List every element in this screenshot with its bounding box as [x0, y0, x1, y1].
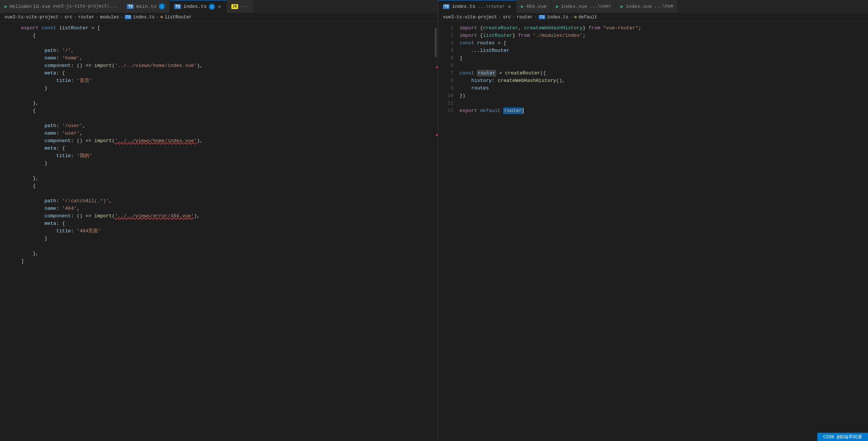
- line-num: 11: [438, 100, 453, 107]
- code-line: import {listRouter} from './modules/inde…: [458, 32, 863, 39]
- tab-subtitle: ...\router: [478, 4, 505, 9]
- scrollbar-track-right[interactable]: [863, 21, 868, 441]
- vue-icon: ▶: [5, 4, 7, 9]
- code-line: meta: {: [20, 70, 433, 77]
- error-indicator-2: [436, 134, 438, 136]
- code-line: {: [20, 182, 433, 190]
- code-line: }: [20, 85, 433, 92]
- scrollbar-thumb-left[interactable]: [435, 27, 437, 58]
- line-num: 6: [438, 62, 453, 70]
- tab-close-button[interactable]: ✕: [217, 3, 222, 10]
- line-num: 8: [438, 77, 453, 85]
- tab-index-router[interactable]: TS index.ts ...\router ✕: [438, 0, 516, 13]
- tab-close-button[interactable]: ✕: [507, 3, 512, 10]
- sep1: ›: [498, 15, 501, 20]
- code-line: [458, 100, 863, 107]
- breadcrumb-project: vue3-ts-vite-project: [443, 15, 497, 20]
- code-line: name: 'home',: [20, 55, 433, 62]
- code-line: },: [20, 100, 433, 107]
- code-line: }: [20, 160, 433, 167]
- code-line: ]: [20, 258, 433, 265]
- line-num: 3: [438, 39, 453, 47]
- code-line: {: [20, 32, 433, 39]
- code-line: path: '/',: [20, 47, 433, 55]
- scrollbar-track-left[interactable]: [433, 21, 438, 441]
- vue-icon: ▶: [556, 4, 559, 9]
- code-line: [20, 190, 433, 197]
- breadcrumb-ts-icon: TS: [125, 15, 131, 19]
- line-num: 12: [438, 107, 453, 115]
- breadcrumb-src: src: [64, 15, 72, 20]
- right-editor-panel: vue3-ts-vite-project › src › router › TS…: [438, 13, 868, 441]
- code-line: routes: [458, 85, 863, 92]
- tab-label: index.ts: [183, 4, 207, 9]
- tab-index-ts[interactable]: TS index.ts 3 ✕: [170, 0, 227, 13]
- sep2: ›: [512, 15, 515, 20]
- tab-dots: ···: [240, 4, 249, 9]
- code-line: export default router: [458, 107, 863, 115]
- sep4: ›: [570, 15, 573, 20]
- code-line: }: [20, 235, 433, 242]
- error-indicator-1: [436, 67, 438, 68]
- tab-subtitle: ...\user: [590, 4, 611, 9]
- line-numbers-left: [0, 21, 18, 441]
- sep3: ›: [534, 15, 537, 20]
- tab-badge: 3: [209, 4, 215, 10]
- code-line: title: '我的': [20, 152, 433, 160]
- left-code-area[interactable]: export const listRouter = [ { path: '/',…: [0, 21, 438, 441]
- code-line: [20, 92, 433, 100]
- breadcrumb-right: vue3-ts-vite-project › src › router › TS…: [438, 13, 868, 21]
- breadcrumb-router: router: [516, 15, 533, 20]
- code-line: ]: [458, 55, 863, 62]
- tab-label: 404.vue: [526, 4, 547, 9]
- tab-helloworld[interactable]: ▶ HelloWorld.vue vue3-js-vite-project\..…: [0, 0, 122, 13]
- tab-label: main.ts: [136, 4, 157, 9]
- code-line: {: [20, 107, 433, 115]
- tab-bar: ▶ HelloWorld.vue vue3-js-vite-project\..…: [0, 0, 868, 13]
- tab-index-user[interactable]: ▶ index.vue ...\user: [551, 0, 616, 13]
- right-code-content[interactable]: import {createRouter, createWebHashHisto…: [456, 21, 863, 441]
- js-icon: JS: [231, 4, 238, 9]
- line-num: 4: [438, 47, 453, 55]
- breadcrumb-indexts: index.ts: [547, 15, 569, 20]
- code-line: [20, 242, 433, 250]
- ts-icon: TS: [443, 4, 450, 9]
- code-line: path: '/user',: [20, 122, 433, 130]
- breadcrumb-project: vue3-ts-vite-project: [5, 15, 59, 20]
- code-line: component: () => import('../../views/hom…: [20, 137, 433, 145]
- breadcrumb-indexts: index.ts: [133, 15, 155, 20]
- left-code-content[interactable]: export const listRouter = [ { path: '/',…: [18, 21, 433, 441]
- breadcrumb-router: router: [78, 15, 94, 20]
- watermark-text: CSDN @前端早间课: [823, 434, 862, 440]
- tab-bar-right: TS index.ts ...\router ✕ ▶ 404.vue ▶ ind…: [438, 0, 868, 13]
- tab-404[interactable]: ▶ 404.vue: [516, 0, 551, 13]
- tab-bar-left: ▶ HelloWorld.vue vue3-js-vite-project\..…: [0, 0, 438, 13]
- vue-icon: ▶: [521, 4, 524, 9]
- line-num: 1: [438, 24, 453, 32]
- right-code-area[interactable]: 1 2 3 4 5 6 7 8 9 10 11 12 import {creat…: [438, 21, 868, 441]
- tab-subtitle: ...\hom: [654, 4, 673, 9]
- breadcrumb-default: default: [578, 15, 597, 20]
- breadcrumb-symbol-icon: ⊕: [574, 14, 577, 20]
- line-num: 2: [438, 32, 453, 39]
- code-line: [20, 167, 433, 175]
- sep5: ›: [156, 15, 159, 20]
- code-line: meta: {: [20, 220, 433, 227]
- sep4: ›: [121, 15, 123, 20]
- code-line: title: '首页': [20, 77, 433, 85]
- line-num: 10: [438, 92, 453, 100]
- code-line: },: [20, 175, 433, 182]
- code-line: component: () => import('../../views/err…: [20, 212, 433, 220]
- tab-label: index.vue: [625, 4, 652, 9]
- code-line: },: [20, 250, 433, 258]
- code-line: meta: {: [20, 145, 433, 152]
- line-num: 7: [438, 70, 453, 77]
- tab-label: index.ts: [452, 4, 475, 9]
- code-line: ...listRouter: [458, 47, 863, 55]
- tab-main-ts[interactable]: TS main.ts 1: [122, 0, 170, 13]
- code-line: [458, 62, 863, 70]
- breadcrumb-ts-icon: TS: [539, 15, 545, 19]
- tab-index-hom[interactable]: ▶ index.vue ...\hom: [616, 0, 678, 13]
- tab-js-dots[interactable]: JS ···: [227, 0, 254, 13]
- tab-subtitle: vue3-js-vite-project\...: [53, 4, 118, 9]
